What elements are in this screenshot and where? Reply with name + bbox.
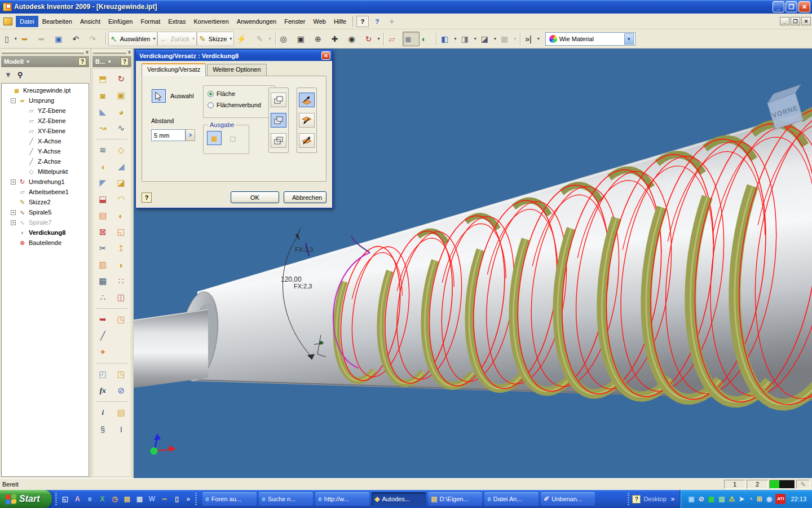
shaded-display-button[interactable]: ◼: [403, 32, 420, 46]
direction-two-button[interactable]: [299, 113, 315, 128]
punktmuster-button[interactable]: ∷: [114, 275, 129, 287]
tree-item[interactable]: Kreuzgewinde.ipt: [3, 85, 89, 95]
minimize-button[interactable]: _: [773, 1, 784, 12]
extrusion-button[interactable]: ⬒: [95, 73, 110, 85]
mdi-close-button[interactable]: ✕: [801, 17, 811, 25]
notes-icon[interactable]: ▯: [172, 494, 181, 503]
flaechenmodell-button[interactable]: ◇: [114, 144, 129, 156]
eckenflaeche-button[interactable]: ◱: [114, 226, 129, 238]
scheduler-icon[interactable]: ◔: [748, 495, 753, 503]
outlook-icon[interactable]: ◷: [110, 494, 119, 503]
task-button[interactable]: ◆ Autodes...: [372, 492, 426, 506]
gewinde-button[interactable]: ▣: [114, 89, 129, 102]
task-button[interactable]: e Suche n...: [259, 492, 313, 506]
pan-button[interactable]: ✚: [329, 32, 346, 46]
toolbar-handle[interactable]: [55, 493, 57, 505]
radio-option[interactable]: Flächenverbund: [208, 102, 271, 108]
panel-grip[interactable]: x: [91, 49, 133, 56]
filter-icon[interactable]: ▼: [5, 71, 12, 79]
ati-icon[interactable]: ATI: [775, 494, 785, 504]
tree-item[interactable]: Verdickung8: [3, 227, 89, 238]
component-opacity-button[interactable]: ▦ ▾: [498, 32, 518, 46]
assistant-button[interactable]: ?: [371, 16, 383, 27]
flaeche-loeschen-button[interactable]: ⊠: [95, 226, 110, 238]
menu-item[interactable]: Bearbeiten: [38, 16, 76, 27]
zoom-selected-button[interactable]: ◉: [346, 32, 363, 46]
drehung-button[interactable]: ↻: [114, 73, 129, 85]
dialog-help-button[interactable]: ?: [142, 192, 152, 203]
tree-item[interactable]: YZ-Ebene: [3, 106, 89, 116]
sweeping-button[interactable]: ↝: [95, 122, 110, 134]
chevron-down-icon[interactable]: ▼: [107, 59, 112, 64]
tree-expander[interactable]: +: [11, 220, 16, 225]
profilgenerator-button[interactable]: I: [114, 423, 129, 435]
rippe-button[interactable]: ◣: [95, 106, 110, 118]
tree-item[interactable]: Mittelpunkt: [3, 167, 89, 177]
find-icon[interactable]: ⚲: [17, 71, 23, 79]
sketch-update-button[interactable]: ✎ ▾: [254, 32, 273, 46]
bohrung-button[interactable]: ◙: [95, 89, 110, 102]
restore-button[interactable]: ❐: [785, 1, 797, 12]
orbit-button[interactable]: ↻ ▾: [363, 32, 382, 46]
zoom-window-button[interactable]: ▣: [295, 32, 312, 46]
schnittflaeche-button[interactable]: ◪: [114, 177, 129, 189]
wandstaerke-button[interactable]: ⬓: [95, 193, 110, 205]
open-from-vault-button[interactable]: ➥: [36, 32, 52, 46]
access-icon[interactable]: A: [73, 494, 82, 503]
arbeitsachse-button[interactable]: ╱: [95, 330, 110, 342]
spirale-button[interactable]: ∿: [114, 122, 129, 134]
menu-item[interactable]: Anwendungen: [233, 16, 280, 27]
tree-expander[interactable]: +: [11, 210, 16, 215]
chevron-down-icon[interactable]: ▼: [26, 59, 30, 64]
save-button[interactable]: ▣: [52, 32, 70, 46]
close-button[interactable]: ✕: [798, 1, 810, 12]
mute-icon[interactable]: ⊘: [698, 495, 705, 503]
redo-button[interactable]: ↷: [87, 32, 104, 46]
output-surface-button[interactable]: ◻: [226, 131, 240, 145]
flaeche-ersetzen-button[interactable]: ↥: [114, 242, 129, 255]
menu-item[interactable]: Web: [309, 16, 329, 27]
heften-button[interactable]: ▥: [95, 259, 110, 271]
toolbar-handle[interactable]: [628, 493, 629, 505]
arbeitspunkt-button[interactable]: ✦: [95, 346, 110, 358]
tree-item[interactable]: Z-Achse: [3, 156, 89, 167]
select-faces-button[interactable]: [152, 89, 166, 103]
matrix-icon[interactable]: ▩: [708, 495, 715, 503]
tree-item[interactable]: + Spirale5: [3, 207, 89, 217]
material-style-combo[interactable]: Wie Material ▾: [545, 32, 636, 46]
spiegeln-button[interactable]: ◫: [114, 291, 129, 304]
features-panel-header[interactable]: B... ▼ ?: [92, 56, 131, 67]
camera-view-button[interactable]: ◨ ▾: [459, 32, 479, 46]
model-panel-header[interactable]: Modell ▼ ?: [1, 56, 89, 67]
wireless-icon[interactable]: ◉: [766, 495, 773, 503]
task-button[interactable]: e Datei An...: [484, 492, 539, 506]
ok-button[interactable]: OK: [231, 191, 279, 203]
storage-icon[interactable]: ▧: [718, 495, 725, 503]
menu-item[interactable]: Hilfe: [330, 16, 350, 27]
msn-icon[interactable]: ∽: [160, 494, 169, 503]
help-topics-button[interactable]: ?: [356, 16, 369, 27]
offset-side-two-button[interactable]: [271, 113, 286, 128]
menu-item[interactable]: Extras: [164, 16, 189, 27]
output-solid-button[interactable]: ◼: [207, 131, 222, 145]
tree-item[interactable]: Y-Achse: [3, 146, 89, 156]
biegung-button[interactable]: ◠: [114, 193, 129, 205]
spule-button[interactable]: ≋: [95, 144, 110, 156]
tree-item[interactable]: XY-Ebene: [3, 126, 89, 136]
formen-button[interactable]: ◗: [114, 259, 129, 271]
panel-help-button[interactable]: ?: [78, 58, 86, 65]
tree-item[interactable]: X-Achse: [3, 136, 89, 146]
radio-option[interactable]: Fläche: [208, 90, 271, 97]
windows-update-icon[interactable]: ⊞: [756, 495, 763, 503]
tree-item[interactable]: − Ursprung: [3, 95, 89, 106]
tree-item[interactable]: Bauteilende: [3, 238, 89, 248]
zoom-all-button[interactable]: ◎: [278, 32, 295, 46]
display-style-button[interactable]: ◧ ▾: [439, 32, 458, 46]
look-at-button[interactable]: ▱: [386, 32, 403, 46]
folder-icon[interactable]: ▤: [122, 494, 131, 503]
distance-input[interactable]: [151, 129, 186, 141]
dialog-close-button[interactable]: ✕: [321, 51, 330, 60]
panel-grip[interactable]: x: [0, 49, 90, 56]
show-desktop-icon[interactable]: ◱: [60, 494, 69, 503]
ifeature-einfuegen-button[interactable]: i: [95, 406, 110, 419]
